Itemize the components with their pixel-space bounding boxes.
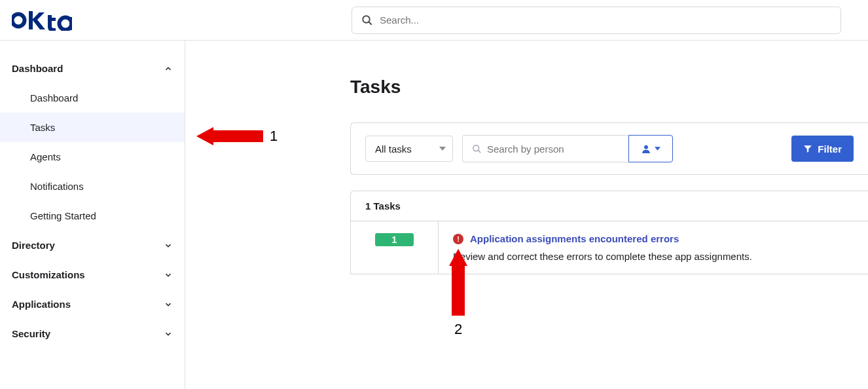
task-description: Review and correct these errors to compl…	[453, 251, 854, 262]
global-search-input[interactable]	[380, 14, 831, 26]
chevron-up-icon	[164, 64, 173, 73]
tasks-toolbar: All tasks Filter	[350, 122, 868, 175]
chevron-down-icon	[164, 241, 173, 250]
sidebar-section-directory[interactable]: Directory	[0, 231, 185, 260]
svg-rect-2	[69, 17, 72, 30]
svg-line-4	[369, 22, 372, 25]
tasks-list: 1 Tasks 1 ! Application assignments enco…	[350, 191, 868, 274]
svg-line-7	[478, 150, 480, 153]
funnel-icon	[803, 144, 812, 153]
sidebar-item-tasks[interactable]: Tasks	[0, 113, 185, 142]
person-search-box[interactable]	[462, 135, 628, 162]
task-type-select-value: All tasks	[375, 143, 412, 155]
task-row: 1 ! Application assignments encountered …	[351, 221, 868, 274]
search-icon	[361, 14, 373, 26]
person-search-input[interactable]	[487, 143, 619, 155]
chevron-down-icon	[164, 300, 173, 309]
svg-point-0	[12, 14, 25, 26]
sidebar-section-security[interactable]: Security	[0, 319, 185, 348]
task-count-cell: 1	[351, 221, 439, 274]
caret-down-icon	[655, 147, 660, 151]
filter-button[interactable]: Filter	[791, 136, 854, 162]
sidebar-section-dashboard[interactable]: Dashboard	[0, 54, 185, 83]
svg-point-8	[644, 145, 648, 149]
caret-down-icon	[439, 147, 446, 151]
svg-point-3	[363, 16, 370, 23]
sidebar-item-getting-started[interactable]: Getting Started	[0, 201, 185, 231]
chevron-down-icon	[164, 270, 173, 280]
task-title-link[interactable]: Application assignments encountered erro…	[470, 233, 679, 244]
svg-point-6	[473, 145, 479, 151]
task-body: ! Application assignments encountered er…	[439, 221, 868, 274]
sidebar-section-label: Dashboard	[12, 63, 63, 74]
sidebar-section-applications[interactable]: Applications	[0, 289, 185, 319]
task-count-badge: 1	[375, 233, 414, 246]
sidebar-section-label: Applications	[12, 299, 71, 310]
svg-marker-5	[439, 147, 446, 151]
tasks-count-header: 1 Tasks	[351, 191, 868, 221]
global-search[interactable]	[352, 7, 841, 34]
task-type-select[interactable]: All tasks	[365, 136, 453, 162]
person-search	[462, 135, 673, 162]
main-content: Tasks All tasks Filter	[185, 41, 868, 389]
brand-logo	[12, 10, 185, 31]
chevron-down-icon	[164, 329, 173, 339]
sidebar-item-dashboard[interactable]: Dashboard	[0, 83, 185, 113]
sidebar-section-label: Security	[12, 328, 50, 339]
sidebar-section-label: Customizations	[12, 269, 85, 280]
person-icon	[642, 144, 651, 153]
svg-marker-9	[655, 147, 660, 150]
alert-icon: !	[453, 234, 463, 244]
search-icon	[472, 144, 482, 154]
sidebar-section-label: Directory	[12, 240, 55, 251]
page-title: Tasks	[350, 77, 868, 98]
sidebar-section-customizations[interactable]: Customizations	[0, 260, 185, 289]
filter-button-label: Filter	[818, 143, 842, 155]
person-picker-button[interactable]	[628, 135, 673, 162]
sidebar: Dashboard Dashboard Tasks Agents Notific…	[0, 41, 185, 389]
sidebar-item-notifications[interactable]: Notifications	[0, 172, 185, 201]
sidebar-item-agents[interactable]: Agents	[0, 142, 185, 172]
